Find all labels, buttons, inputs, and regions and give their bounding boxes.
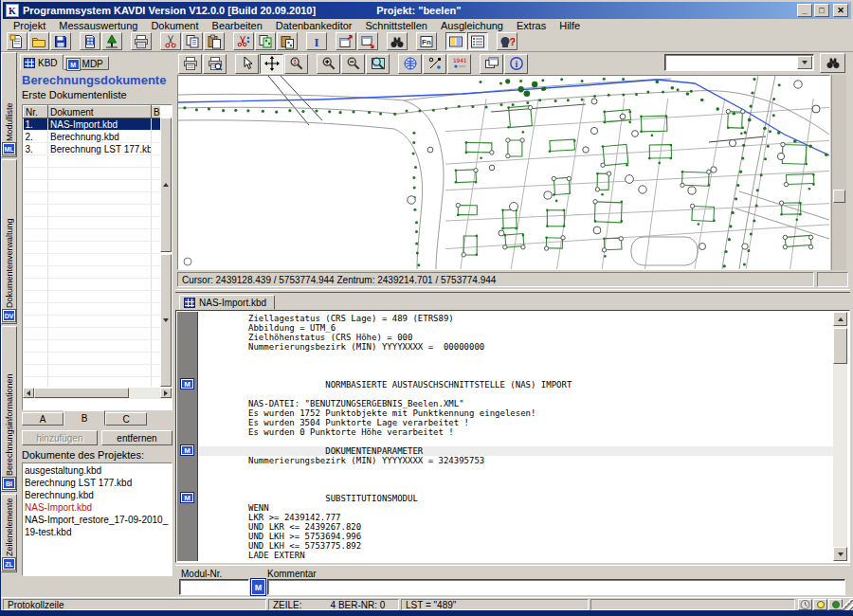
cut-points-icon[interactable]	[233, 32, 254, 50]
maximize-button[interactable]: □	[814, 4, 829, 17]
import-tree-icon[interactable]	[101, 32, 122, 50]
text-cursor-icon[interactable]: I	[306, 32, 327, 50]
map-view[interactable]	[177, 75, 830, 270]
module-marker-button[interactable]: M	[181, 493, 193, 502]
select-arrow-icon[interactable]	[235, 54, 259, 74]
side-tab-modulliste[interactable]: Modulliste ML	[1, 52, 17, 157]
map-window-icon[interactable]	[480, 54, 503, 74]
info-icon[interactable]: i	[504, 54, 528, 74]
combobox-dropdown-icon[interactable]	[797, 56, 812, 69]
tab-kbd[interactable]: KBD	[20, 54, 64, 70]
zoom-out-icon[interactable]	[341, 54, 365, 74]
table-hscrollbar[interactable]	[23, 388, 172, 399]
table-col-nr[interactable]: Nr.	[24, 106, 48, 118]
search-combobox[interactable]	[664, 54, 814, 71]
menu-item-datenbankeditor[interactable]: Datenbankeditor	[269, 19, 359, 31]
table-row[interactable]: 1.NAS-Import.kbd	[24, 118, 161, 131]
graphics-and-document-panel: 1941i Cursor: 2439128.439 / 5753774.944 …	[175, 52, 850, 597]
minimize-button[interactable]: _	[797, 4, 812, 17]
side-tab-berechnungsinformationen[interactable]: Berechnungsinformationen BI	[1, 326, 17, 492]
table-col-be[interactable]: Be	[152, 106, 161, 118]
toggle-panels-icon[interactable]	[445, 32, 466, 50]
menu-item-hilfe[interactable]: Hilfe	[553, 19, 587, 31]
project-docs-list[interactable]: ausgestaltung.kbdBerechnung LST 177.kbdB…	[22, 462, 172, 576]
function-icon[interactable]: Fn	[416, 32, 437, 50]
letter-tab-c[interactable]: C	[105, 412, 147, 426]
table-scroll-down[interactable]	[160, 254, 172, 387]
project-doc-item[interactable]: ausgestaltung.kbd	[25, 464, 170, 477]
zoom-person-icon[interactable]	[284, 54, 308, 74]
map-side-scrollbar[interactable]	[831, 75, 846, 270]
svg-text:i: i	[515, 59, 517, 69]
zoom-in-icon[interactable]	[317, 54, 340, 74]
project-doc-item[interactable]: Berechnung.kbd	[25, 489, 170, 501]
document-text[interactable]: Ziellagestatus (CRS Lage) = 489 (ETRS89)…	[199, 312, 833, 561]
refresh-icon[interactable]	[798, 599, 812, 610]
search-binoculars-button[interactable]	[820, 53, 845, 73]
snap-diagonal-icon[interactable]	[423, 54, 446, 74]
letter-tab-a[interactable]: A	[22, 412, 64, 426]
project-doc-item[interactable]: NAS-Import_restore_17-09-2010_19-test.kb…	[25, 514, 170, 538]
close-button[interactable]: ✕	[833, 4, 848, 17]
add-window-icon[interactable]	[336, 32, 356, 50]
menu-item-ausgleichung[interactable]: Ausgleichung	[434, 19, 510, 31]
project-doc-item[interactable]: NAS-Import.kbd	[25, 501, 170, 514]
document-scroll-thumb[interactable]	[833, 328, 847, 364]
zoom-window-icon[interactable]	[366, 54, 390, 74]
module-marker-button[interactable]: M	[181, 445, 193, 455]
new-document-icon[interactable]	[7, 32, 27, 50]
table-hscroll-thumb[interactable]	[34, 388, 129, 398]
remove-button[interactable]: entfernen	[101, 430, 172, 445]
binoculars-icon[interactable]	[387, 32, 408, 50]
table-col-dokument[interactable]: Dokument	[48, 106, 152, 118]
search-combobox-value[interactable]	[665, 55, 796, 70]
copy-icon[interactable]	[182, 32, 203, 50]
module-m-button[interactable]: M	[251, 579, 265, 595]
kommentar-input[interactable]	[267, 579, 845, 595]
paste-points-icon[interactable]	[277, 32, 298, 50]
print-map-icon[interactable]	[178, 54, 202, 74]
document-vscrollbar[interactable]	[833, 312, 847, 561]
print-icon[interactable]	[131, 32, 152, 50]
menu-item-messauswertung[interactable]: Messauswertung	[52, 19, 144, 31]
bulb-green-icon[interactable]	[828, 599, 843, 610]
menu-item-dokument[interactable]: Dokument	[144, 19, 205, 31]
modul-nr-input[interactable]	[179, 579, 249, 595]
table-row[interactable]: 2.Berechnung.kbd	[24, 131, 161, 143]
menu-item-schnittstellen[interactable]: Schnittstellen	[359, 19, 434, 31]
project-doc-item[interactable]: Berechnung LST 177.kbd	[25, 477, 170, 489]
scroll-down-icon[interactable]	[833, 547, 847, 561]
point-list-icon[interactable]	[467, 32, 488, 50]
table-scroll-up[interactable]	[160, 118, 172, 252]
save-icon[interactable]	[50, 32, 71, 50]
open-folder-icon[interactable]	[28, 32, 49, 50]
side-tab-zeilenelemente[interactable]: Zeilenelemente ZL	[1, 494, 17, 572]
pane-splitter[interactable]	[175, 289, 850, 293]
print-preview-icon[interactable]	[203, 54, 227, 74]
remove-window-icon[interactable]	[357, 32, 378, 50]
resize-grip[interactable]	[842, 599, 853, 610]
menu-item-projekt[interactable]: Projekt	[7, 19, 52, 31]
title-bar[interactable]: K Programmsystem KAVDI Version V12.0.0 […	[3, 2, 851, 19]
bulb-yellow-icon[interactable]	[813, 599, 827, 610]
document-organizer-icon[interactable]	[80, 32, 100, 50]
status-protokollzeile: Protokollzeile	[3, 599, 266, 610]
side-tab-dokumentenverwaltung[interactable]: Dokumentenverwaltung DV	[1, 159, 17, 324]
paste-icon[interactable]	[204, 32, 225, 50]
menu-item-bearbeiten[interactable]: Bearbeiten	[206, 19, 269, 31]
table-row[interactable]: 3.Berechnung LST 177.kbd	[24, 143, 161, 155]
cut-icon[interactable]	[160, 32, 181, 50]
document-tab[interactable]: NAS-Import.kbd	[179, 295, 275, 310]
grid-globe-icon[interactable]	[398, 54, 422, 74]
pan-icon[interactable]	[260, 54, 283, 74]
point-numbers-icon[interactable]: 1941	[447, 54, 471, 74]
letter-tab-b[interactable]: B	[64, 410, 105, 426]
tab-mdp[interactable]: MMDP	[64, 56, 109, 70]
map-scroll-thumb[interactable]	[833, 190, 845, 203]
scroll-up-icon[interactable]	[833, 312, 847, 326]
copy-points-icon[interactable]	[255, 32, 276, 50]
module-marker-button[interactable]: M	[181, 379, 193, 389]
help-icon[interactable]: ?	[497, 32, 517, 50]
add-button[interactable]: hinzufügen	[22, 430, 98, 445]
menu-item-extras[interactable]: Extras	[510, 19, 553, 31]
